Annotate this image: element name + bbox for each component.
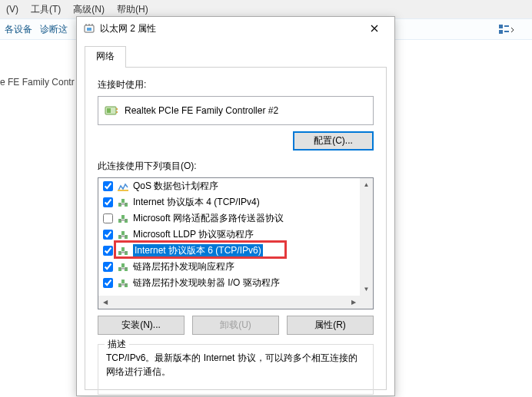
svg-rect-51: [121, 280, 125, 283]
description-legend: 描述: [105, 338, 129, 351]
item-label: Microsoft LLDP 协议驱动程序: [133, 228, 254, 241]
svg-rect-10: [107, 108, 111, 113]
protocol-icon: [118, 246, 128, 256]
horizontal-scrollbar[interactable]: ◀ ▶: [98, 296, 360, 309]
svg-rect-11: [116, 108, 118, 110]
svg-rect-44: [121, 263, 125, 267]
scroll-right-button[interactable]: ▶: [347, 296, 360, 309]
connect-using-label: 连接时使用:: [98, 78, 374, 91]
scroll-down-button[interactable]: ▼: [360, 283, 373, 296]
list-item[interactable]: 链路层拓扑发现响应程序: [98, 259, 360, 275]
item-checkbox[interactable]: [103, 181, 113, 191]
description-group: 描述 TCP/IPv6。最新版本的 Internet 协议，可以跨多个相互连接的…: [98, 344, 374, 395]
scroll-up-button[interactable]: ▲: [360, 178, 373, 191]
item-checkbox[interactable]: [103, 213, 113, 223]
configure-button[interactable]: 配置(C)...: [293, 131, 374, 151]
svg-rect-12: [116, 111, 118, 113]
svg-rect-1: [499, 30, 503, 34]
ethernet-properties-dialog: 以太网 2 属性 网络 连接时使用: Realtek PCIe FE Famil…: [76, 16, 395, 396]
properties-button[interactable]: 属性(R): [287, 316, 374, 335]
svg-rect-13: [118, 190, 128, 191]
dialog-title: 以太网 2 属性: [100, 22, 359, 35]
toolbar-device[interactable]: 各设备: [5, 23, 32, 36]
protocol-icon: [118, 279, 128, 288]
ethernet-icon: [83, 22, 95, 35]
svg-rect-2: [504, 25, 509, 27]
scroll-corner: [360, 296, 373, 309]
item-label: 链路层拓扑发现映射器 I/O 驱动程序: [133, 276, 280, 289]
titlebar: 以太网 2 属性: [77, 17, 394, 40]
svg-rect-16: [121, 199, 125, 203]
tab-panel: 连接时使用: Realtek PCIe FE Family Controller…: [85, 68, 387, 390]
protocol-icon: [118, 263, 128, 272]
uses-items-label: 此连接使用下列项目(O):: [98, 160, 374, 173]
svg-rect-30: [121, 231, 125, 235]
item-checkbox[interactable]: [103, 197, 113, 207]
item-label: Internet 协议版本 4 (TCP/IPv4): [133, 196, 260, 209]
item-label: QoS 数据包计划程序: [133, 180, 218, 193]
list-item[interactable]: Microsoft LLDP 协议驱动程序: [98, 227, 360, 243]
tab-network[interactable]: 网络: [85, 46, 126, 68]
list-item[interactable]: Internet 协议版本 4 (TCP/IPv4): [98, 194, 360, 210]
svg-rect-23: [121, 215, 125, 219]
item-checkbox[interactable]: [103, 262, 113, 272]
protocol-icon: [118, 198, 128, 207]
close-button[interactable]: [359, 18, 390, 39]
menu-tools[interactable]: 工具(T): [31, 3, 61, 16]
nic-icon: [105, 104, 118, 117]
menu-view[interactable]: (V): [6, 4, 18, 15]
item-label: Microsoft 网络适配器多路传送器协议: [133, 212, 284, 225]
list-item[interactable]: Microsoft 网络适配器多路传送器协议: [98, 210, 360, 227]
list-item[interactable]: 链路层拓扑发现映射器 I/O 驱动程序: [98, 275, 360, 291]
svg-rect-37: [121, 247, 125, 251]
menu-help[interactable]: 帮助(H): [117, 3, 148, 16]
qos-icon: [118, 182, 128, 191]
toolbar-diagnose[interactable]: 诊断这: [40, 23, 68, 36]
close-icon: [371, 25, 378, 32]
svg-rect-5: [87, 28, 91, 31]
item-checkbox[interactable]: [103, 246, 113, 256]
install-button[interactable]: 安装(N)...: [98, 316, 185, 335]
menu-advanced[interactable]: 高级(N): [73, 3, 105, 16]
vertical-scrollbar[interactable]: ▲ ▼: [360, 178, 373, 296]
list-item[interactable]: QoS 数据包计划程序: [98, 178, 360, 194]
item-checkbox[interactable]: [103, 278, 113, 288]
protocol-icon: [118, 214, 128, 223]
svg-rect-0: [499, 25, 503, 28]
item-label: 链路层拓扑发现响应程序: [133, 260, 234, 273]
scroll-left-button[interactable]: ◀: [98, 296, 111, 309]
item-checkbox[interactable]: [103, 230, 113, 240]
adapter-name: Realtek PCIe FE Family Controller #2: [125, 105, 278, 116]
protocol-icon: [118, 230, 128, 240]
svg-rect-3: [504, 31, 509, 32]
item-label: Internet 协议版本 6 (TCP/IPv6): [133, 244, 263, 257]
view-mode-button[interactable]: [495, 22, 518, 37]
description-text: TCP/IPv6。最新版本的 Internet 协议，可以跨多个相互连接的网络进…: [106, 351, 365, 379]
adapter-box[interactable]: Realtek PCIe FE Family Controller #2: [98, 96, 374, 125]
list-item[interactable]: Internet 协议版本 6 (TCP/IPv6): [98, 243, 360, 259]
uninstall-button[interactable]: 卸载(U): [192, 316, 279, 335]
background-content-text: e FE Family Contr: [0, 77, 75, 88]
tabstrip: 网络: [85, 45, 387, 68]
protocol-listbox[interactable]: QoS 数据包计划程序Internet 协议版本 4 (TCP/IPv4)Mic…: [98, 177, 374, 309]
